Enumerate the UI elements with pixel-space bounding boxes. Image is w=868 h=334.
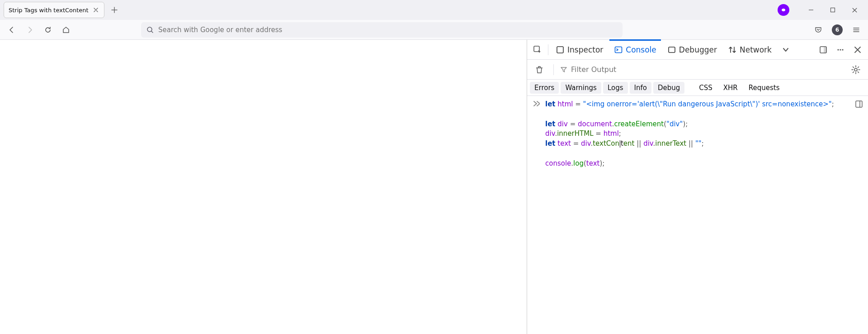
tab-title: Strip Tags with textContent xyxy=(9,7,89,14)
console-category-bar: Errors Warnings Logs Info Debug CSS XHR … xyxy=(527,80,868,96)
close-devtools-icon[interactable] xyxy=(850,42,865,57)
cat-info[interactable]: Info xyxy=(630,82,651,94)
svg-point-11 xyxy=(854,68,857,71)
svg-rect-4 xyxy=(615,47,622,52)
network-icon xyxy=(728,45,737,54)
notification-count: 6 xyxy=(835,27,839,33)
text-cursor xyxy=(620,140,620,148)
app-menu-button[interactable] xyxy=(850,24,863,36)
window-controls xyxy=(778,4,864,16)
cat-logs[interactable]: Logs xyxy=(603,82,628,94)
svg-rect-5 xyxy=(669,47,675,52)
address-input[interactable] xyxy=(158,26,617,34)
tab-label: Network xyxy=(740,45,772,54)
content-split: Inspector Console Debugger Network xyxy=(0,40,868,334)
pocket-icon[interactable] xyxy=(812,24,825,36)
console-code[interactable]: let html = "<img onerror='alert(\"Run da… xyxy=(545,100,863,168)
tab-label: Console xyxy=(626,45,656,54)
tab-console[interactable]: Console xyxy=(609,40,661,59)
tab-label: Inspector xyxy=(567,45,603,54)
tab-label: Debugger xyxy=(679,45,717,54)
svg-rect-12 xyxy=(856,101,862,107)
separator xyxy=(548,44,548,55)
notification-badge[interactable]: 6 xyxy=(832,24,843,35)
filter-output-field[interactable] xyxy=(560,65,843,74)
tab-network[interactable]: Network xyxy=(723,40,776,59)
minimize-button[interactable] xyxy=(806,5,816,15)
cat-xhr[interactable]: XHR xyxy=(719,82,742,94)
search-icon xyxy=(146,26,154,33)
svg-rect-7 xyxy=(824,47,826,53)
console-icon xyxy=(614,45,623,54)
separator xyxy=(553,64,554,75)
tab-strip: Strip Tags with textContent xyxy=(0,0,868,20)
console-input-row[interactable]: let html = "<img onerror='alert(\"Run da… xyxy=(533,100,863,168)
console-settings-icon[interactable] xyxy=(848,62,863,77)
cat-warnings[interactable]: Warnings xyxy=(561,82,601,94)
cat-debug[interactable]: Debug xyxy=(653,82,684,94)
svg-point-8 xyxy=(837,49,839,50)
filter-input[interactable] xyxy=(571,65,843,74)
close-window-button[interactable] xyxy=(849,5,860,15)
kebab-menu-icon[interactable] xyxy=(833,42,848,57)
svg-point-9 xyxy=(840,49,841,50)
more-tabs-icon[interactable] xyxy=(778,42,793,57)
debugger-icon xyxy=(667,45,676,54)
console-output[interactable]: let html = "<img onerror='alert(\"Run da… xyxy=(527,96,868,334)
reload-button[interactable] xyxy=(42,24,54,36)
console-filter-bar xyxy=(527,60,868,80)
nav-right-icons: 6 xyxy=(812,24,863,36)
tab-inspector[interactable]: Inspector xyxy=(551,40,608,59)
back-button[interactable] xyxy=(5,24,18,36)
devtools-panel: Inspector Console Debugger Network xyxy=(527,40,868,334)
home-button[interactable] xyxy=(60,24,72,36)
browser-tab[interactable]: Strip Tags with textContent xyxy=(4,2,104,18)
dock-side-icon[interactable] xyxy=(816,42,831,57)
tab-debugger[interactable]: Debugger xyxy=(663,40,722,59)
inspector-icon xyxy=(556,45,565,54)
pick-element-icon[interactable] xyxy=(530,42,545,57)
svg-rect-3 xyxy=(557,47,563,53)
cat-errors[interactable]: Errors xyxy=(530,82,559,94)
cat-requests[interactable]: Requests xyxy=(744,82,784,94)
prompt-caret-icon xyxy=(533,100,541,168)
funnel-icon xyxy=(560,66,567,73)
devtools-toolbar: Inspector Console Debugger Network xyxy=(527,40,868,60)
maximize-button[interactable] xyxy=(827,5,838,15)
new-tab-button[interactable] xyxy=(108,4,121,16)
svg-point-10 xyxy=(842,49,843,50)
editor-toggle-icon[interactable] xyxy=(854,100,863,109)
close-tab-icon[interactable] xyxy=(92,6,99,14)
address-bar[interactable] xyxy=(141,22,623,38)
nav-toolbar: 6 xyxy=(0,20,868,40)
clear-console-icon[interactable] xyxy=(532,62,547,77)
forward-button[interactable] xyxy=(24,24,36,36)
svg-rect-0 xyxy=(831,8,835,12)
page-viewport xyxy=(0,40,527,334)
account-badge-icon[interactable] xyxy=(778,4,789,16)
cat-css[interactable]: CSS xyxy=(694,82,717,94)
